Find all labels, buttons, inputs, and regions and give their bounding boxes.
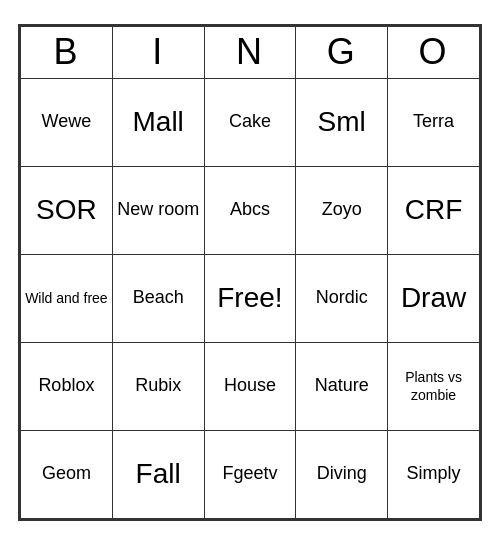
cell-label: Roblox	[38, 375, 94, 395]
cell-label: Wewe	[42, 111, 92, 131]
cell-label: Terra	[413, 111, 454, 131]
table-row: RobloxRubixHouseNaturePlants vs zombie	[21, 342, 480, 430]
table-cell: SOR	[21, 166, 113, 254]
cell-label: Fgeetv	[222, 463, 277, 483]
cell-label: Free!	[217, 282, 282, 313]
cell-label: SOR	[36, 194, 97, 225]
table-cell: New room	[112, 166, 204, 254]
bingo-table: B I N G O WeweMallCakeSmlTerraSORNew roo…	[20, 26, 480, 519]
table-row: WeweMallCakeSmlTerra	[21, 78, 480, 166]
table-cell: Simply	[388, 430, 480, 518]
table-cell: Geom	[21, 430, 113, 518]
table-row: SORNew roomAbcsZoyoCRF	[21, 166, 480, 254]
table-cell: Roblox	[21, 342, 113, 430]
bingo-card: B I N G O WeweMallCakeSmlTerraSORNew roo…	[18, 24, 482, 521]
cell-label: Diving	[317, 463, 367, 483]
table-cell: Draw	[388, 254, 480, 342]
cell-label: Draw	[401, 282, 466, 313]
header-n: N	[204, 26, 296, 78]
table-cell: Free!	[204, 254, 296, 342]
table-cell: House	[204, 342, 296, 430]
table-cell: Terra	[388, 78, 480, 166]
table-cell: Diving	[296, 430, 388, 518]
table-cell: Nordic	[296, 254, 388, 342]
table-cell: Beach	[112, 254, 204, 342]
table-cell: Zoyo	[296, 166, 388, 254]
header-i: I	[112, 26, 204, 78]
table-cell: Fgeetv	[204, 430, 296, 518]
bingo-body: WeweMallCakeSmlTerraSORNew roomAbcsZoyoC…	[21, 78, 480, 518]
cell-label: CRF	[405, 194, 463, 225]
cell-label: Sml	[318, 106, 366, 137]
cell-label: Mall	[132, 106, 183, 137]
table-cell: Wild and free	[21, 254, 113, 342]
header-o: O	[388, 26, 480, 78]
cell-label: Zoyo	[322, 199, 362, 219]
table-cell: Cake	[204, 78, 296, 166]
table-row: Wild and freeBeachFree!NordicDraw	[21, 254, 480, 342]
table-row: GeomFallFgeetvDivingSimply	[21, 430, 480, 518]
cell-label: Fall	[136, 458, 181, 489]
cell-label: Nature	[315, 375, 369, 395]
header-row: B I N G O	[21, 26, 480, 78]
cell-label: Plants vs zombie	[405, 369, 462, 403]
header-b: B	[21, 26, 113, 78]
cell-label: Beach	[133, 287, 184, 307]
table-cell: Fall	[112, 430, 204, 518]
cell-label: Abcs	[230, 199, 270, 219]
cell-label: New room	[117, 199, 199, 219]
table-cell: Nature	[296, 342, 388, 430]
cell-label: Simply	[407, 463, 461, 483]
cell-label: Cake	[229, 111, 271, 131]
table-cell: Wewe	[21, 78, 113, 166]
header-g: G	[296, 26, 388, 78]
cell-label: Wild and free	[25, 290, 107, 306]
cell-label: Geom	[42, 463, 91, 483]
table-cell: CRF	[388, 166, 480, 254]
table-cell: Sml	[296, 78, 388, 166]
table-cell: Mall	[112, 78, 204, 166]
cell-label: Nordic	[316, 287, 368, 307]
table-cell: Rubix	[112, 342, 204, 430]
table-cell: Plants vs zombie	[388, 342, 480, 430]
table-cell: Abcs	[204, 166, 296, 254]
cell-label: Rubix	[135, 375, 181, 395]
cell-label: House	[224, 375, 276, 395]
